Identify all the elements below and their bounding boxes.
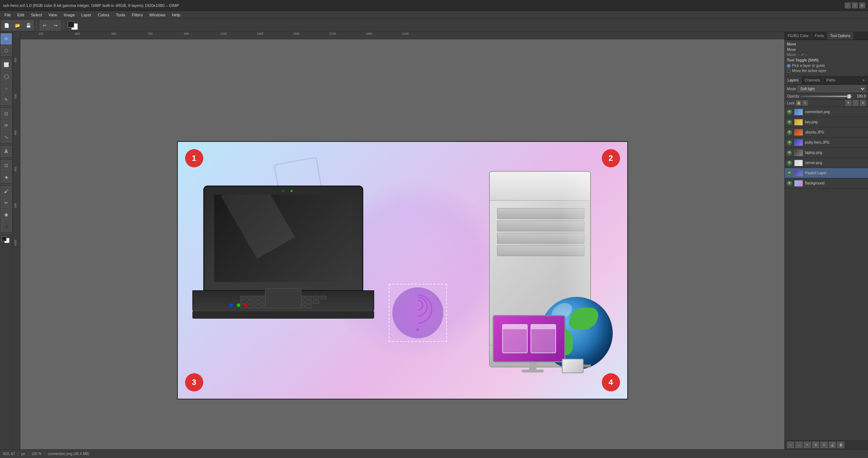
layer-new-button[interactable]: + [804,442,811,448]
minimize-button[interactable]: – [845,3,851,8]
layer-row-laptop[interactable]: 👁 laptop.png [785,148,868,158]
layer-eye-server[interactable]: 👁 [787,160,792,166]
tab-menu-icon[interactable]: ≡ [860,76,868,84]
menu-help[interactable]: Help [169,12,183,18]
window-title: ssh-hero.xcf-1.0 (RGB color 8-bit gamma … [3,3,179,8]
ruler-tick: 500 [14,130,17,135]
menu-layer[interactable]: Layer [79,12,95,18]
tool-ellipse-select[interactable]: ◯ [1,71,12,82]
ruler-tick: 700 [14,167,17,171]
toolbox-fg-swatch[interactable] [1,236,7,241]
layer-eye-pasted[interactable]: 👁 [787,171,792,176]
layer-row-ubuntu[interactable]: 👁 ubuntu.JPG [785,127,868,138]
canvas-area[interactable]: 100 300 500 700 900 1100 1300 1500 1700 … [13,32,784,449]
tab-fonts[interactable]: Fonts [812,32,827,40]
lock-label: Lock [787,101,795,105]
layer-merge-button[interactable]: ⇓ [820,442,828,448]
redo-button[interactable]: ↪ [51,20,61,31]
layer-delete-button[interactable]: ✕ [860,100,866,106]
menu-colors[interactable]: Colors [95,12,112,18]
tool-free-select[interactable]: ⬦ [1,83,12,93]
close-button[interactable]: ✕ [859,3,865,8]
tool-rect-select[interactable]: ⬜ [1,59,12,70]
new-button[interactable]: 📄 [1,20,12,31]
layer-eye-ubuntu[interactable]: 👁 [787,130,792,135]
tab-layers[interactable]: Layers [785,76,802,84]
menu-filters[interactable]: Filters [129,12,146,18]
option-move-active[interactable]: Move the active layer [787,69,866,73]
maximize-button[interactable]: □ [852,3,858,8]
tool-erase[interactable]: ⬛ [1,221,12,232]
tool-crop[interactable]: ⊡ [1,108,12,119]
layer-eye-key[interactable]: 👁 [787,120,792,125]
menu-select[interactable]: Select [28,12,45,18]
menu-tools[interactable]: Tools [113,12,128,18]
marker-2: 2 [602,149,620,167]
layer-menu-button[interactable]: ⋮ [853,100,859,106]
option-pick-layer[interactable]: Pick a layer or guide [787,64,866,68]
ruler-vertical: 100 300 500 700 900 1000 [13,39,20,449]
tool-airbrush[interactable]: ◉ [1,209,12,220]
tool-scale[interactable]: ⤡ [1,132,12,143]
tool-text[interactable]: A [1,146,12,157]
lock-position-button[interactable]: ✎ [803,100,808,105]
menu-view[interactable]: View [45,12,60,18]
undo-button[interactable]: ↩ [40,20,50,31]
ruler-tick: 100 [14,57,17,62]
led-blue [229,303,233,307]
tab-channels[interactable]: Channels [802,76,823,84]
tool-pencil[interactable]: ✏ [1,198,12,208]
layer-row-key[interactable]: 👁 key.png [785,117,868,127]
layer-eye-putty[interactable]: 👁 [787,140,792,145]
layer-eye-connection[interactable]: 👁 [787,109,792,115]
mode-select[interactable]: Soft light Normal Multiply Screen [797,85,866,92]
opacity-label: Opacity [787,94,799,98]
layer-move-up-button[interactable]: ↑ [787,442,794,448]
monitor-screen [493,315,565,362]
lock-pixels-button[interactable]: 🔒 [796,100,801,105]
tool-separator-5 [1,184,12,184]
tool-bucket-fill[interactable]: ⊡ [1,160,12,171]
layer-row-server[interactable]: 👁 server.png [785,158,868,168]
layer-eye-laptop[interactable]: 👁 [787,150,792,155]
menu-edit[interactable]: Edit [15,12,27,18]
tab-paths[interactable]: Paths [823,76,839,84]
status-sep-3 [44,451,45,457]
add-layer-button[interactable]: + [845,100,851,106]
layer-copy-button[interactable]: ⎘ [812,442,819,448]
tab-tool-options[interactable]: Tool Options [827,32,854,40]
marker-1: 1 [185,149,203,167]
layer-eye-background[interactable]: 👁 [787,181,792,186]
layer-row-putty[interactable]: 👁 putty-hero.JPG [785,138,868,148]
canvas-viewport[interactable]: 1 2 3 4 [20,39,784,449]
toolbox-fg-bg[interactable] [1,235,11,245]
monitor-window-bar-2 [531,325,555,329]
opacity-slider-thumb[interactable] [847,94,851,99]
radio-pick-layer[interactable] [787,64,791,68]
tool-move[interactable]: ✜ [1,33,12,44]
tool-blend[interactable]: ◈ [1,172,12,183]
mode-label: Mode [787,87,796,91]
tool-rotate[interactable]: ⟳ [1,120,12,131]
toolbar-separator-2 [64,21,64,30]
menu-file[interactable]: File [1,12,14,18]
tool-align[interactable]: ⬡ [1,45,12,56]
opacity-slider[interactable] [801,96,852,97]
tab-fg-bg-color[interactable]: FG/BG Color [785,32,812,40]
radio-move-active[interactable] [787,69,791,73]
menu-windows[interactable]: Windows [146,12,168,18]
menu-image[interactable]: Image [61,12,78,18]
fg-bg-color-box[interactable] [67,20,80,31]
tool-fuzzy-select[interactable]: ✎ [1,94,12,105]
layer-move-down-button[interactable]: ↓ [795,442,803,448]
layer-row-background[interactable]: 👁 Background [785,178,868,188]
layer-anchor-button[interactable]: ⚓ [829,442,836,448]
layer-row-pasted[interactable]: 👁 Pasted Layer [785,168,868,178]
layer-row-connection[interactable]: 👁 connection.png [785,107,868,117]
save-button[interactable]: 💾 [23,20,33,31]
layer-name-pasted: Pasted Layer [805,171,866,175]
layer-delete-act-button[interactable]: 🗑 [837,442,844,448]
open-button[interactable]: 📂 [12,20,23,31]
foreground-color-swatch[interactable] [68,21,74,28]
tool-paintbrush[interactable]: 🖌 [1,186,12,197]
